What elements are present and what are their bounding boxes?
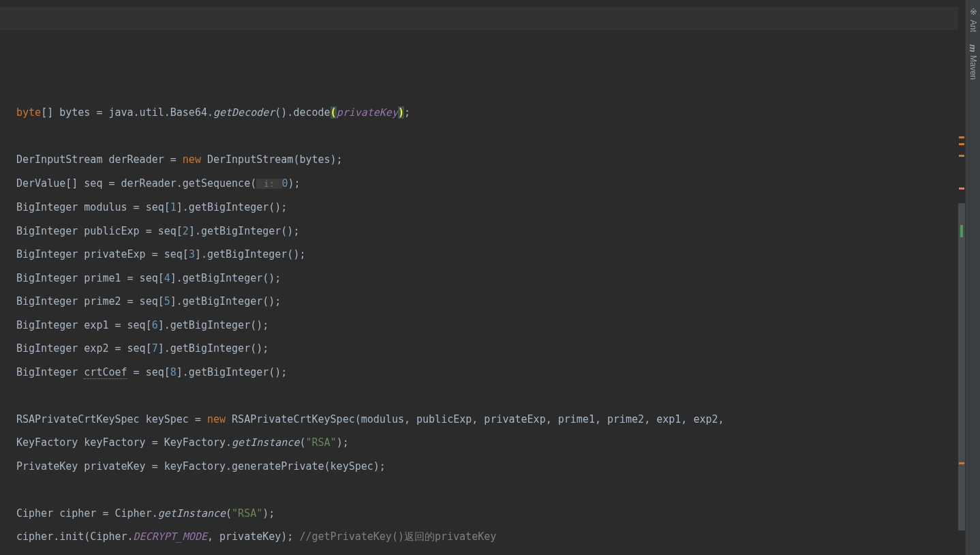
code-line: BigInteger prime2 = seq[5].getBigInteger… (16, 295, 281, 308)
code-line: BigInteger prime1 = seq[4].getBigInteger… (16, 272, 281, 284)
code-line: Cipher cipher = Cipher.getInstance("RSA"… (16, 507, 275, 520)
code-line: DerValue[] seq = derReader.getSequence( … (16, 177, 301, 190)
code-editor[interactable]: byte[] bytes = java.util.Base64.getDecod… (0, 0, 965, 555)
code-line: BigInteger modulus = seq[1].getBigIntege… (16, 201, 287, 213)
code-line: PrivateKey privateKey = keyFactory.gener… (16, 460, 386, 472)
code-line: KeyFactory keyFactory = KeyFactory.getIn… (16, 436, 349, 449)
code-line: byte[] bytes = java.util.Base64.getDecod… (16, 106, 410, 119)
code-line: cipher.init(Cipher.DECRYPT_MODE, private… (16, 530, 496, 543)
ant-icon: ※ (968, 7, 978, 17)
code-content: byte[] bytes = java.util.Base64.getDecod… (16, 78, 965, 556)
current-line-highlight (0, 7, 958, 30)
code-line: RSAPrivateCrtKeySpec keySpec = new RSAPr… (16, 413, 724, 425)
maven-icon: m (968, 44, 978, 52)
ant-tool-button[interactable]: ※ Ant (968, 7, 978, 32)
code-line: BigInteger publicExp = seq[2].getBigInte… (16, 225, 299, 237)
code-line: BigInteger crtCoef = seq[8].getBigIntege… (16, 366, 287, 379)
code-line: BigInteger privateExp = seq[3].getBigInt… (16, 248, 305, 260)
code-line: DerInputStream derReader = new DerInputS… (16, 153, 343, 166)
code-line: BigInteger exp1 = seq[6].getBigInteger()… (16, 319, 269, 331)
code-line: BigInteger exp2 = seq[7].getBigInteger()… (16, 342, 269, 355)
